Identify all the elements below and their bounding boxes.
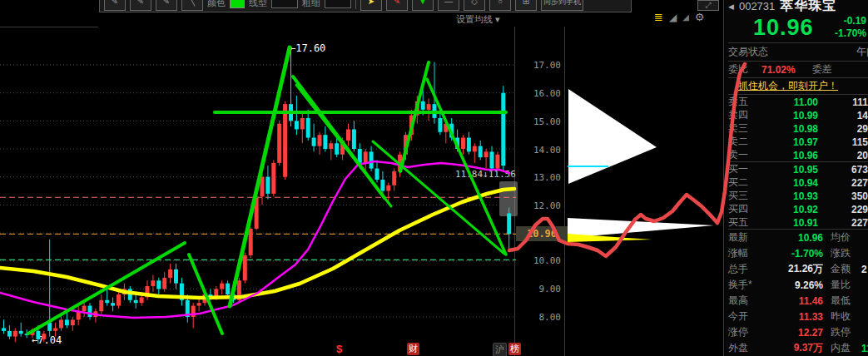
stock-code: 002731	[739, 0, 775, 12]
stats-grid: 最新10.96均价涨幅-1.70%涨跌总手21.26万金额2换手*9.26%量比…	[728, 230, 868, 356]
stat-row: 最高11.46最低	[728, 293, 868, 309]
weibi-value: 71.02%	[761, 64, 796, 76]
axis-tick: 17.00	[514, 60, 561, 71]
circle-tool-icon[interactable]: ○	[489, 0, 511, 11]
finance-icon[interactable]: 财	[407, 343, 419, 355]
axis-tick: 10.00	[514, 255, 561, 266]
stock-name: 萃华珠宝	[780, 0, 836, 15]
flag-icon[interactable]: ◢	[682, 12, 689, 22]
line-tool-icon[interactable]: ╲	[181, 0, 203, 11]
axis-tick: 8.00	[514, 312, 561, 323]
ask-row[interactable]: 卖四10.9914	[728, 108, 868, 121]
list-icon[interactable]: ≣	[654, 11, 663, 23]
axis-panel-divider	[564, 27, 565, 356]
axis-tick: 9.00	[514, 284, 561, 294]
axis-tick: 15.00	[514, 116, 561, 127]
color-label: 颜色	[207, 0, 226, 9]
stock-app-window: ✎ ✎ ✎ ╲ 颜色 线型 粗细 ➤ ✎ ▼ — ◇ ○ ⊞ 同步到手机 ⤢ 设…	[0, 0, 868, 356]
bid-row[interactable]: 买一10.95673	[728, 162, 868, 176]
stat-row: 外盘9.37万内盘11	[728, 340, 868, 356]
ma-value-readout: 11.84↓11.56	[455, 169, 516, 180]
finance-shortcut[interactable]: 财	[407, 343, 419, 355]
quote-panel: ◀ 002731 萃华珠宝 10.96 -0.19 -1.70% 交易状态 午间…	[723, 0, 868, 356]
stat-row: 今开11.33昨收	[728, 309, 868, 324]
sync-to-phone-button[interactable]: 同步到手机	[541, 0, 583, 11]
trading-status-row: 交易状态 午间	[728, 43, 868, 61]
pencil-icon[interactable]: ✎	[156, 0, 177, 11]
bottom-icon-group: $	[336, 343, 342, 355]
intraday-panel-toolbar: ≣ ◢ ◢ ⚙	[654, 11, 705, 23]
grid-tool-icon[interactable]: ⊞	[515, 0, 537, 11]
change-percent: -1.70%	[835, 27, 866, 39]
chevron-down-icon: ▾	[495, 14, 500, 24]
weibi-label: 委比	[728, 62, 748, 77]
ranking-shortcut[interactable]: 沪 榜	[493, 343, 521, 356]
ask-levels: 卖五11.00111卖四10.9914卖三10.9829卖二10.97115卖一…	[728, 95, 868, 161]
green-arrow-icon[interactable]: ▼	[412, 0, 434, 11]
toolbar-divider	[355, 0, 356, 9]
money-icon[interactable]: $	[336, 343, 342, 355]
status-label: 交易状态	[728, 45, 768, 59]
cursor-tool-icon[interactable]: ➤	[360, 0, 382, 11]
pencil-icon[interactable]: ✎	[130, 0, 151, 11]
last-price: 10.96	[753, 15, 814, 41]
pencil-icon[interactable]: ✎	[104, 0, 126, 11]
stat-row: 换手*9.26%量比	[728, 277, 868, 293]
stat-row: 最新10.96均价	[728, 230, 868, 245]
current-price-tag: 10.96	[516, 226, 568, 241]
gear-icon[interactable]: ⚙	[695, 11, 705, 23]
low-price-callout: ←7.04	[32, 334, 62, 346]
ma-settings-label: 设置均线	[456, 14, 493, 24]
trendline-tool-icon[interactable]: —	[438, 0, 459, 11]
axis-tick: 14.00	[514, 145, 561, 156]
red-pen-icon[interactable]: ✎	[386, 0, 408, 11]
color-swatch[interactable]	[230, 0, 245, 8]
bid-levels: 买一10.95673买二10.94227买三10.93350买四10.92229…	[728, 162, 868, 229]
price-axis: 17.0016.0015.0014.0013.0012.0010.009.008…	[515, 27, 564, 356]
ma-settings-dropdown[interactable]: 设置均线 ▾	[456, 13, 500, 26]
thickness-label: 粗细	[302, 0, 320, 9]
axis-tick: 12.00	[514, 200, 561, 211]
weicha-label: 委差	[812, 62, 832, 77]
ask-row[interactable]: 卖一10.9620	[728, 148, 868, 161]
ask-row[interactable]: 卖三10.9829	[728, 121, 868, 135]
back-icon[interactable]: ◀	[728, 2, 734, 11]
drawing-toolbar: ✎ ✎ ✎ ╲ 颜色 线型 粗细 ➤ ✎ ▼ — ◇ ○ ⊞ 同步到手机	[99, 0, 632, 12]
ask-row[interactable]: 卖二10.97115	[728, 135, 868, 148]
stat-row: 总手21.26万金额2	[728, 261, 868, 277]
linetype-label: 线型	[249, 0, 267, 9]
bid-row[interactable]: 买四10.92229	[728, 202, 868, 215]
fullscreen-button[interactable]: ⤢	[697, 0, 719, 11]
bid-row[interactable]: 买三10.93350	[728, 189, 868, 202]
chart-top-border	[0, 27, 98, 27]
market-icon[interactable]: 沪	[493, 343, 507, 356]
price-block: 10.96 -0.19 -1.70%	[728, 12, 868, 42]
thickness-select[interactable]	[325, 0, 351, 8]
stat-row: 涨停12.27跌停	[728, 324, 868, 340]
ranking-icon[interactable]: 榜	[508, 343, 521, 355]
high-price-callout: ←17.60	[290, 42, 325, 54]
linetype-select[interactable]	[271, 0, 298, 8]
change-value: -0.19	[844, 15, 866, 27]
axis-tick: 13.00	[514, 172, 561, 183]
price-change: -0.19 -1.70%	[835, 15, 866, 40]
status-value: 午间	[856, 45, 868, 59]
drag-handle[interactable]	[499, 181, 518, 216]
open-account-banner[interactable]: 抓住机会，即刻开户！	[728, 78, 868, 94]
weibi-row: 委比 71.02% 委差	[728, 62, 868, 77]
bid-row[interactable]: 买二10.94227	[728, 176, 868, 189]
bid-row[interactable]: 买五10.91227	[728, 215, 868, 229]
ask-row[interactable]: 卖五11.00111	[728, 95, 868, 108]
stat-row: 涨幅-1.70%涨跌	[728, 245, 868, 261]
flag-icon[interactable]: ◢	[669, 12, 677, 23]
quote-header: ◀ 002731 萃华珠宝	[728, 0, 868, 12]
axis-tick: 16.00	[514, 88, 561, 99]
shape-tool-icon[interactable]: ◇	[464, 0, 485, 11]
